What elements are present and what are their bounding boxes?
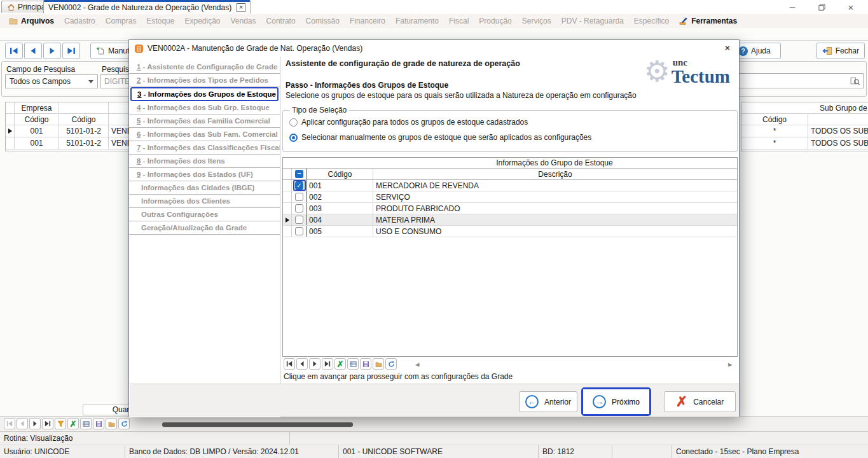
fechar-button[interactable]: Fechar bbox=[816, 43, 865, 59]
horizontal-scrollbar-thumb[interactable] bbox=[162, 422, 353, 427]
nav-first-button[interactable] bbox=[4, 418, 15, 429]
refresh-button[interactable] bbox=[385, 358, 397, 370]
dialog-title: VEN0002A - Manutenção de Grade de Nat. O… bbox=[148, 44, 362, 53]
menu-pdv-retaguarda[interactable]: PDV - Retaguarda bbox=[556, 17, 629, 25]
menu-cadastro[interactable]: Cadastro bbox=[59, 17, 100, 25]
step-item-13[interactable]: Geração/Atualização da Grade bbox=[129, 221, 280, 235]
exit-door-icon bbox=[822, 46, 832, 55]
step-item-1[interactable]: 1 - Assistente de Configuração de Grade bbox=[129, 60, 280, 74]
tab-close-icon[interactable]: × bbox=[237, 3, 245, 12]
nav-next-button[interactable] bbox=[29, 418, 41, 429]
last-record-icon bbox=[45, 420, 51, 427]
filter-button[interactable] bbox=[55, 418, 66, 429]
radio-unselected-icon[interactable] bbox=[289, 118, 298, 127]
nav-last-button[interactable] bbox=[322, 358, 333, 370]
radio-selected-icon[interactable] bbox=[289, 134, 298, 142]
proximo-button[interactable]: → Próximo bbox=[583, 389, 649, 414]
checkbox-unchecked[interactable] bbox=[295, 204, 303, 212]
chevron-down-icon bbox=[88, 80, 93, 83]
menu-contrato[interactable]: Contrato bbox=[261, 17, 301, 25]
record-prev-button[interactable] bbox=[24, 43, 42, 59]
anterior-button[interactable]: ← Anterior bbox=[519, 391, 577, 412]
delete-button[interactable]: ✗ bbox=[334, 358, 346, 370]
checkbox-unchecked[interactable] bbox=[295, 193, 303, 201]
columns-button[interactable] bbox=[80, 418, 92, 429]
grid-row-002[interactable]: 002 SERVIÇO bbox=[283, 191, 737, 203]
dialog-close-button[interactable]: × bbox=[720, 41, 735, 55]
menu-vendas[interactable]: Vendas bbox=[226, 17, 261, 25]
right-search-field[interactable] bbox=[725, 73, 864, 88]
checkbox-checked[interactable]: ✓ bbox=[295, 181, 303, 190]
step-item-10[interactable]: Informações das Cidades (IBGE) bbox=[129, 181, 280, 195]
step-item-8[interactable]: 8 - Informações dos Itens bbox=[129, 155, 280, 168]
delete-button[interactable]: ✗ bbox=[67, 418, 79, 429]
home-icon bbox=[7, 3, 15, 11]
arrow-left-circle-icon: ← bbox=[525, 395, 539, 408]
nav-next-button[interactable] bbox=[309, 358, 320, 370]
restore-button[interactable] bbox=[807, 0, 836, 14]
open-button[interactable] bbox=[373, 358, 384, 370]
checkbox-unchecked[interactable] bbox=[295, 227, 303, 235]
menu-especifico[interactable]: Específico bbox=[629, 17, 674, 25]
save-button[interactable] bbox=[93, 418, 104, 429]
minimize-button[interactable]: ─ bbox=[778, 0, 807, 14]
band-empresa: Empresa bbox=[15, 102, 59, 113]
step-item-11[interactable]: Informações dos Clientes bbox=[129, 195, 280, 208]
record-next-button[interactable] bbox=[43, 43, 61, 59]
open-folder-icon bbox=[108, 420, 115, 427]
menu-servicos[interactable]: Serviços bbox=[517, 17, 556, 25]
nav-last-button[interactable] bbox=[42, 418, 53, 429]
refresh-button[interactable] bbox=[118, 418, 130, 429]
menu-estoque[interactable]: Estoque bbox=[141, 17, 179, 25]
close-button[interactable]: × bbox=[836, 0, 865, 14]
step-item-5[interactable]: 5 - Informações das Familia Comercial bbox=[129, 114, 280, 128]
step-item-3-active[interactable]: 3 - Informações dos Grupos de Estoque bbox=[130, 87, 279, 101]
menu-expedicao[interactable]: Expedição bbox=[179, 17, 225, 25]
table-row[interactable]: * TODOS OS SUB G bbox=[741, 125, 868, 137]
menu-fiscal[interactable]: Fiscal bbox=[444, 17, 474, 25]
menu-producao[interactable]: Produção bbox=[474, 17, 516, 25]
cancelar-button[interactable]: ✗ Cancelar bbox=[664, 391, 736, 412]
select-all-checkbox[interactable]: – bbox=[295, 170, 303, 178]
table-columns-icon bbox=[350, 361, 357, 368]
grid-row-004-current[interactable]: 004 MATERIA PRIMA bbox=[283, 214, 737, 226]
grid-row-005[interactable]: 005 USO E CONSUMO bbox=[283, 226, 737, 237]
first-record-icon bbox=[286, 361, 293, 367]
wizard-dialog: VEN0002A - Manutenção de Grade de Nat. O… bbox=[128, 39, 740, 417]
grid-scroll-left-arrow[interactable]: ◂ bbox=[415, 359, 420, 369]
statusbar-row1: Rotina: Visualização bbox=[0, 431, 868, 445]
open-button[interactable] bbox=[106, 418, 117, 429]
record-last-button[interactable] bbox=[62, 43, 80, 59]
step-item-9[interactable]: 9 - Informações dos Estados (UF) bbox=[129, 168, 280, 181]
step-item-4[interactable]: 4 - Informações dos Sub Grp. Estoque bbox=[129, 101, 280, 114]
grid-row-001[interactable]: ✓ 001 MERCADORIA DE REVENDA bbox=[283, 180, 737, 191]
nav-prev-button[interactable] bbox=[296, 358, 308, 370]
menu-faturamento[interactable]: Faturamento bbox=[390, 17, 444, 25]
radio-option-all[interactable]: Aplicar configuração para todos os grupo… bbox=[289, 118, 528, 127]
menu-arquivos[interactable]: Arquivos bbox=[4, 17, 59, 25]
tab-ven0002[interactable]: VEN0002 - Grade de Natureza de Operação … bbox=[43, 0, 251, 13]
step-item-6[interactable]: 6 - Informações das Sub Fam. Comercial bbox=[129, 128, 280, 141]
step-item-2[interactable]: 2 - Informações dos Tipos de Pedidos bbox=[129, 74, 280, 87]
first-record-icon bbox=[10, 47, 18, 55]
nav-first-button[interactable] bbox=[284, 358, 295, 370]
radio-option-manual[interactable]: Selecionar manualmente os grupos de esto… bbox=[289, 133, 591, 142]
save-button[interactable] bbox=[360, 358, 371, 370]
new-document-icon bbox=[96, 46, 105, 55]
menu-financeiro[interactable]: Financeiro bbox=[345, 17, 390, 25]
ajuda-button[interactable]: ? Ajuda bbox=[733, 43, 781, 59]
checkbox-unchecked[interactable] bbox=[295, 216, 303, 224]
record-first-button[interactable] bbox=[5, 43, 23, 59]
menu-compras[interactable]: Compras bbox=[100, 17, 142, 25]
step-item-12[interactable]: Outras Configurações bbox=[129, 208, 280, 221]
step-item-7[interactable]: 7 - Informações das Classificações Fisca… bbox=[129, 141, 280, 155]
table-row[interactable]: * TODOS OS SUB G bbox=[741, 137, 868, 149]
nav-prev-button[interactable] bbox=[17, 418, 28, 429]
menu-ferramentas[interactable]: Ferramentas bbox=[674, 17, 742, 25]
grid-scroll-right-arrow[interactable]: ▸ bbox=[728, 359, 733, 369]
grid-row-003[interactable]: 003 PRODUTO FABRICADO bbox=[283, 203, 737, 214]
campo-pesquisa-select[interactable]: Todos os Campos bbox=[5, 74, 98, 88]
columns-button[interactable] bbox=[347, 358, 359, 370]
status-empty bbox=[612, 445, 672, 458]
menu-comissao[interactable]: Comissão bbox=[301, 17, 345, 25]
